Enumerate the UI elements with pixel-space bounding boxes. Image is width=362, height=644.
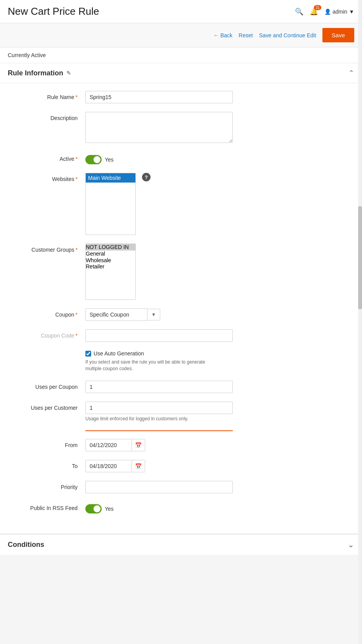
page-title: New Cart Price Rule — [8, 5, 99, 17]
group-option-wholesale[interactable]: Wholesale — [86, 257, 135, 264]
uses-per-coupon-row: Uses per Coupon — [8, 381, 354, 393]
active-label: Active* — [8, 153, 85, 162]
websites-label: Websites* — [8, 173, 85, 182]
website-option-main[interactable]: Main Website — [86, 173, 135, 183]
uses-per-coupon-control — [85, 381, 233, 393]
to-date-input[interactable] — [85, 460, 132, 472]
description-row: Description — [8, 112, 354, 144]
public-rss-row: Public In RSS Feed Yes — [8, 502, 354, 513]
search-button[interactable]: 🔍 — [295, 7, 303, 16]
scrollbar-thumb[interactable] — [358, 206, 362, 309]
auto-gen-spacer — [8, 350, 85, 353]
to-date-wrap: 📅 — [85, 460, 147, 472]
customer-groups-label: Customer Groups* — [8, 244, 85, 253]
websites-row: Websites* Main Website ? — [8, 173, 354, 235]
description-control — [85, 112, 233, 144]
rule-name-row: Rule Name* — [8, 91, 354, 103]
public-rss-toggle-wrap: Yes — [85, 502, 233, 513]
page-header: New Cart Price Rule 🔍 🔔 31 👤 admin ▼ — [0, 0, 362, 23]
coupon-code-control — [85, 329, 233, 342]
save-continue-button[interactable]: Save and Continue Edit — [259, 32, 316, 38]
customer-groups-control: NOT LOGGED IN General Wholesale Retailer — [85, 244, 233, 300]
public-rss-slider — [85, 504, 102, 513]
auto-gen-checkbox-row: Use Auto Generation — [85, 350, 233, 357]
conditions-section: Conditions ⌄ — [0, 534, 362, 555]
description-label: Description — [8, 112, 85, 121]
status-text: Currently Active — [8, 52, 46, 58]
websites-help-icon[interactable]: ? — [142, 173, 151, 181]
header-actions: 🔍 🔔 31 👤 admin ▼ — [295, 7, 354, 16]
public-rss-toggle[interactable] — [85, 504, 102, 513]
reset-button[interactable]: Reset — [239, 32, 253, 38]
edit-icon[interactable]: ✎ — [66, 70, 71, 76]
description-input[interactable] — [85, 112, 233, 143]
group-option-not-logged-in[interactable]: NOT LOGGED IN — [86, 244, 135, 251]
coupon-select[interactable]: No Coupon Specific Coupon Auto — [85, 308, 147, 321]
from-calendar-btn[interactable]: 📅 — [132, 439, 145, 451]
active-yes-label: Yes — [105, 157, 114, 163]
notifications-button[interactable]: 🔔 31 — [310, 7, 318, 16]
rule-information-form: Rule Name* Description Active* — [0, 83, 362, 534]
auto-gen-checkbox[interactable] — [85, 351, 91, 357]
chevron-down-icon: ▼ — [349, 9, 354, 15]
customer-groups-select[interactable]: NOT LOGGED IN General Wholesale Retailer — [85, 244, 136, 300]
from-control: 📅 — [85, 439, 233, 451]
collapse-icon[interactable]: ⌃ — [348, 69, 354, 77]
active-toggle-wrap: Yes — [85, 153, 233, 164]
to-label: To — [8, 460, 85, 469]
conditions-title: Conditions — [8, 541, 44, 549]
notifications-badge: 31 — [314, 5, 321, 10]
uses-per-coupon-label: Uses per Coupon — [8, 381, 85, 390]
coupon-code-input[interactable] — [85, 329, 233, 342]
group-option-general[interactable]: General — [86, 251, 135, 257]
coupon-dropdown-btn[interactable]: ▼ — [147, 309, 160, 320]
user-icon: 👤 — [324, 9, 331, 15]
to-control: 📅 — [85, 460, 233, 472]
auto-gen-control: Use Auto Generation If you select and sa… — [85, 350, 233, 372]
uses-per-customer-input[interactable] — [85, 402, 233, 414]
priority-control — [85, 481, 233, 493]
rule-information-title: Rule Information — [8, 69, 63, 77]
priority-row: Priority — [8, 481, 354, 493]
rule-information-section: Rule Information ✎ ⌃ Rule Name* Descript… — [0, 63, 362, 534]
admin-user-menu[interactable]: 👤 admin ▼ — [324, 9, 354, 15]
toolbar: ← Back Reset Save and Continue Edit Save — [0, 23, 362, 47]
public-rss-yes-label: Yes — [105, 506, 114, 512]
conditions-header[interactable]: Conditions ⌄ — [0, 534, 362, 555]
coupon-label: Coupon* — [8, 308, 85, 318]
rule-name-label: Rule Name* — [8, 91, 85, 100]
active-toggle[interactable] — [85, 155, 102, 164]
websites-select[interactable]: Main Website — [85, 173, 136, 235]
group-option-retailer[interactable]: Retailer — [86, 263, 135, 270]
back-button[interactable]: ← Back — [213, 32, 232, 38]
priority-label: Priority — [8, 481, 85, 490]
save-button[interactable]: Save — [322, 28, 354, 42]
auto-gen-hint: If you select and save the rule you will… — [85, 359, 221, 372]
toggle-slider — [85, 155, 102, 164]
public-rss-label: Public In RSS Feed — [8, 502, 85, 511]
rule-name-input[interactable] — [85, 91, 233, 103]
active-row: Active* Yes — [8, 153, 354, 164]
coupon-code-row: Coupon Code* — [8, 329, 354, 342]
to-calendar-btn[interactable]: 📅 — [132, 460, 145, 472]
rule-information-header[interactable]: Rule Information ✎ ⌃ — [0, 63, 362, 83]
coupon-control: No Coupon Specific Coupon Auto ▼ — [85, 308, 233, 321]
coupon-code-label: Coupon Code* — [8, 329, 85, 339]
uses-per-coupon-input[interactable] — [85, 381, 233, 393]
scrollbar-track[interactable] — [358, 0, 362, 555]
auto-gen-row: Use Auto Generation If you select and sa… — [8, 350, 354, 372]
admin-label: admin — [333, 9, 347, 15]
from-date-input[interactable] — [85, 439, 132, 451]
uses-per-customer-label: Uses per Customer — [8, 402, 85, 411]
to-row: To 📅 — [8, 460, 354, 472]
from-row: From 📅 — [8, 439, 354, 451]
priority-input[interactable] — [85, 481, 233, 493]
rule-name-control — [85, 91, 233, 103]
uses-per-customer-hint: Usage limit enforced for logged in custo… — [85, 416, 221, 422]
auto-gen-label[interactable]: Use Auto Generation — [94, 350, 144, 357]
conditions-collapse-icon[interactable]: ⌄ — [348, 540, 354, 549]
uses-per-customer-row: Uses per Customer Usage limit enforced f… — [8, 402, 354, 422]
active-control: Yes — [85, 153, 233, 164]
public-rss-control: Yes — [85, 502, 233, 513]
section-title-wrap: Rule Information ✎ — [8, 69, 71, 77]
